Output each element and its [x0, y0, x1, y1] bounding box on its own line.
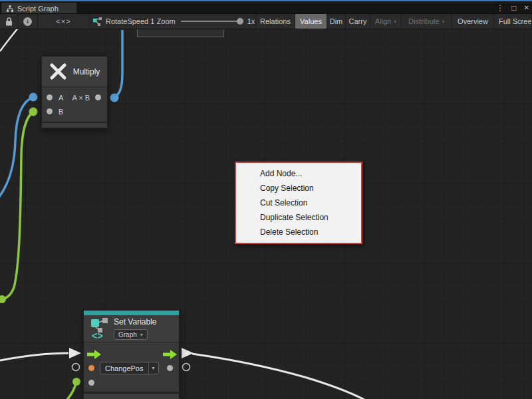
window-maximize-icon[interactable]: □ — [511, 3, 516, 13]
lock-button[interactable] — [0, 14, 18, 29]
zoom-slider[interactable] — [181, 21, 241, 22]
exec-input-arrow-icon[interactable] — [87, 350, 101, 359]
info-button[interactable]: i — [18, 14, 38, 29]
graph-node-icon — [93, 17, 102, 26]
align-label: Align — [375, 17, 391, 25]
chevron-down-icon: ▾ — [394, 19, 396, 25]
port-row-a: A A × B — [42, 90, 107, 104]
multiply-node-header[interactable]: Multiply — [42, 57, 107, 87]
value-input-port[interactable] — [88, 380, 94, 386]
set-variable-icon: <> — [88, 317, 110, 340]
zoom-slider-handle[interactable] — [237, 18, 243, 25]
multiply-x-icon — [49, 63, 67, 80]
toolbar-button-carry[interactable]: Carry — [346, 14, 370, 29]
svg-text:<>: <> — [92, 331, 103, 340]
code-view-icon: <×> — [56, 17, 70, 25]
node-title: Set Variable — [114, 317, 156, 327]
port-label-a: A — [59, 94, 63, 102]
menu-item-duplicate-selection[interactable]: Duplicate Selection — [236, 210, 361, 225]
value-row — [84, 375, 179, 390]
variable-scope-dropdown[interactable]: Graph ▾ — [114, 329, 148, 340]
toolbar-button-align[interactable]: Align ▾ — [370, 14, 402, 29]
menu-item-add-node[interactable]: Add Node... — [236, 166, 361, 181]
setvar-node-body: ChangePos ▾ — [84, 342, 179, 392]
chevron-down-icon: ▾ — [442, 19, 445, 25]
window-menu-icon[interactable]: ⋮ — [496, 3, 504, 13]
port-label-b: B — [59, 108, 63, 116]
chevron-down-icon: ▾ — [140, 332, 143, 338]
floating-field — [137, 29, 224, 37]
titlebar: Script Graph ⋮ □ ✕ — [0, 0, 532, 13]
zoom-value: 1x — [247, 17, 255, 25]
toolbar: i <×> RotateSpeed 1 Zoom 1x Relations Va… — [0, 13, 532, 29]
variable-row: ChangePos ▾ — [84, 361, 179, 375]
scope-label: Graph — [118, 331, 137, 338]
toolbar-button-full-screen[interactable]: Full Screen — [494, 14, 532, 29]
exec-output-arrow-icon[interactable] — [163, 350, 177, 359]
node-set-variable[interactable]: <> Set Variable Graph ▾ — [83, 310, 180, 399]
variable-input-port[interactable] — [88, 365, 94, 371]
menu-item-copy-selection[interactable]: Copy Selection — [236, 181, 361, 196]
zoom-control: Zoom 1x — [156, 14, 256, 29]
input-port-b[interactable] — [47, 108, 53, 114]
code-view-button[interactable]: <×> — [38, 14, 90, 29]
port-label-result: A × B — [72, 94, 90, 102]
menu-item-cut-selection[interactable]: Cut Selection — [236, 196, 361, 210]
setvar-node-footer — [84, 392, 179, 399]
graph-icon — [7, 5, 13, 12]
toolbar-button-dim[interactable]: Dim — [327, 14, 346, 29]
info-icon: i — [23, 17, 32, 26]
graph-name-label: RotateSpeed 1 — [106, 17, 154, 25]
distribute-label: Distribute — [408, 17, 439, 25]
toolbar-button-distribute[interactable]: Distribute ▾ — [402, 14, 452, 29]
exec-row — [84, 347, 179, 361]
chevron-down-icon: ▾ — [148, 362, 158, 374]
variable-kind-bar — [84, 311, 179, 315]
script-graph-window: Multiply A A × B B — [0, 0, 532, 399]
lock-icon — [5, 17, 13, 26]
toolbar-button-values[interactable]: Values — [295, 14, 327, 29]
context-menu: Add Node... Copy Selection Cut Selection… — [235, 162, 362, 244]
multiply-node-footer — [42, 122, 107, 128]
setvar-node-header[interactable]: <> Set Variable Graph ▾ — [84, 315, 179, 342]
zoom-label: Zoom — [157, 17, 176, 25]
node-multiply[interactable]: Multiply A A × B B — [41, 56, 108, 128]
node-title: Multiply — [73, 67, 100, 76]
output-port-result[interactable] — [95, 94, 101, 100]
variable-output-port[interactable] — [167, 365, 173, 371]
multiply-node-body: A A × B B — [42, 87, 107, 122]
port-row-b: B — [42, 104, 107, 118]
graph-reference[interactable]: RotateSpeed 1 — [90, 14, 156, 29]
window-close-icon[interactable]: ✕ — [524, 3, 529, 13]
input-port-a[interactable] — [47, 94, 53, 100]
toolbar-button-overview[interactable]: Overview — [452, 14, 494, 29]
tab-label: Script Graph — [17, 5, 59, 13]
menu-item-delete-selection[interactable]: Delete Selection — [236, 225, 361, 239]
toolbar-button-relations[interactable]: Relations — [256, 14, 295, 29]
variable-name-label: ChangePos — [100, 362, 148, 374]
variable-name-dropdown[interactable]: ChangePos ▾ — [100, 362, 159, 374]
